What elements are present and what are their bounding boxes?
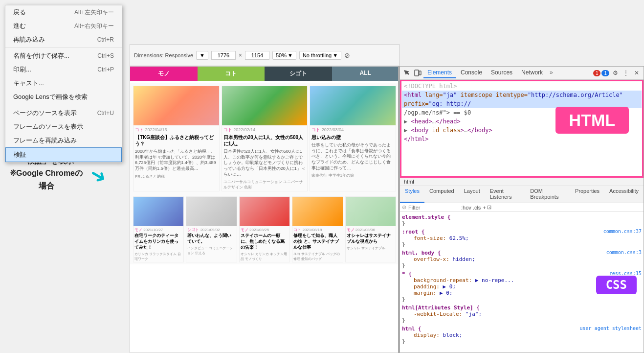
- card-tags: PR ふるさと納税: [133, 173, 219, 180]
- card2-title: オシャレはサステイナブルな視点から: [346, 233, 396, 245]
- menu-label: 名前を付けて保存...: [13, 51, 69, 60]
- tab-sources[interactable]: Sources: [487, 68, 516, 78]
- settings-icon[interactable]: ⚙: [610, 68, 620, 78]
- svg-rect-0: [415, 70, 419, 76]
- styles-tab-properties[interactable]: Properties: [570, 186, 604, 203]
- more-icon[interactable]: ⋮: [621, 68, 631, 78]
- card2-title: 若いわんな、よう聞いていて。: [186, 233, 236, 245]
- card2-title: ステイホームの一顧に、焦しめたくなる蔦の告楽！: [240, 233, 289, 251]
- tab-console[interactable]: Console: [457, 68, 486, 78]
- card-body: 2008年から始まった「ふるさと納税」。利用者は年々増加していて、2020年度は…: [133, 148, 219, 173]
- dimensions-dropdown[interactable]: ▼: [196, 51, 208, 60]
- nav-item-ALL[interactable]: ALL: [332, 67, 400, 81]
- menu-separator: [5, 47, 122, 48]
- html-line-close: </html>: [402, 135, 642, 143]
- filter-input[interactable]: [408, 205, 457, 211]
- menu-item---[interactable]: 戻るAlt+左矢印キー: [5, 5, 122, 19]
- menu-item------------[interactable]: フレームのソースを表示: [5, 120, 122, 134]
- card2-meta: シゴト 2021/09/02: [186, 226, 236, 233]
- annotation-line4: 場合: [39, 182, 54, 190]
- menu-item------[interactable]: 再読み込みCtrl+R: [5, 33, 122, 47]
- html-badge: HTML: [555, 107, 629, 134]
- menu-item-----------[interactable]: ページのソースを表示Ctrl+U: [5, 106, 122, 120]
- menu-shortcut: Alt+右矢印キー: [74, 22, 114, 30]
- width-input[interactable]: [211, 51, 236, 60]
- html-line-html[interactable]: <html lang="ja" itemscope itemtype="http…: [402, 91, 642, 108]
- zoom-value: 50%: [276, 52, 287, 58]
- site-card[interactable]: コト 2022/02/14 日本男性の20人に1人、女性の500人に1人。 日本…: [222, 86, 308, 191]
- dimensions-dropdown-caret: ▼: [200, 52, 205, 58]
- site-card2[interactable]: シゴト 2021/09/02 若いわんな、よう聞いていて。 インタビュー コミュ…: [186, 196, 237, 262]
- card-image: [222, 86, 308, 125]
- inspect-icon[interactable]: [402, 68, 412, 78]
- error-badge: 1: [593, 70, 601, 76]
- card-tags: ユニバーサルコミュニケーション ユニバーサルデザイン 色彩: [222, 178, 308, 191]
- style-rule-html-body: html, body { common.css:3 overflow-x: hi…: [402, 250, 642, 269]
- menu-shortcut: Ctrl+R: [97, 36, 114, 43]
- times-symbol: ×: [239, 52, 242, 59]
- site-card2[interactable]: コト 2021/08/18 修理をして知る、職人の技 と、サステイナブルな仕事 …: [292, 196, 343, 262]
- html-panel-container: <!DOCTYPE html> <html lang="ja" itemscop…: [400, 80, 644, 178]
- menu-shortcut: Ctrl+U: [97, 110, 114, 117]
- tab-elements[interactable]: Elements: [423, 68, 456, 78]
- device-icon[interactable]: [413, 68, 422, 78]
- site-card[interactable]: コト 2022/03/04 思い込みの壁 仕事をしていた私の母がそうであったよう…: [310, 86, 396, 191]
- menu-item---[interactable]: 検証: [5, 147, 122, 162]
- menu-label: フレームを再読み込み: [13, 136, 77, 145]
- menu-item-----------[interactable]: フレームを再読み込み: [5, 134, 122, 147]
- browser-toolbar: Dimensions: Responsive ▼ × 50% ▼ No thro…: [130, 44, 400, 66]
- nav-item-モノ[interactable]: モノ: [130, 67, 198, 81]
- site-card[interactable]: コト 2022/04/13 【TKG座談会】ふるさと納税ってどう？ 2008年か…: [133, 86, 220, 191]
- style-rule-html-ua: html { user agent stylesheet display: bl…: [402, 326, 642, 345]
- pseudo-class-filter[interactable]: :hov .cls: [461, 205, 481, 211]
- add-class-icon[interactable]: +: [483, 205, 486, 211]
- card2-meta: モノ 2021/08/25: [240, 226, 289, 233]
- styles-tab-dom-breakpoints[interactable]: DOM Breakpoints: [525, 186, 570, 203]
- styles-panel: Styles Computed Layout Event Listeners D…: [400, 186, 644, 353]
- card2-tags: インタビュー コミュニケーション 伝える: [186, 245, 236, 256]
- styles-tab-layout[interactable]: Layout: [459, 186, 485, 203]
- styles-tabs: Styles Computed Layout Event Listeners D…: [400, 186, 644, 203]
- context-menu: 戻るAlt+左矢印キー進むAlt+右矢印キー再読み込みCtrl+R名前を付けて保…: [5, 5, 122, 163]
- tab-more[interactable]: »: [548, 68, 555, 78]
- breadcrumb-bar: html: [400, 178, 644, 186]
- network-condition-icon[interactable]: ⊘: [344, 51, 350, 59]
- card-body: 仕事をしていた私の母がそうであったように、これまでは「食事は母親がつくるべき」と…: [310, 141, 396, 172]
- menu-item--------[interactable]: キャスト...: [5, 76, 122, 90]
- card-body: 日本男性の20人に1人、女性の500人に1人、この数字が何を意味するかご存じでし…: [222, 148, 308, 178]
- nav-item-コト[interactable]: コト: [198, 67, 265, 81]
- menu-item-Google-Lens------[interactable]: Google Lensで画像を検索: [5, 90, 122, 104]
- styles-tab-accessibility[interactable]: Accessibility: [604, 186, 644, 203]
- site-card2[interactable]: モノ 2021/08/25 ステイホームの一顧に、焦しめたくなる蔦の告楽！ オシ…: [239, 196, 290, 262]
- menu-item------------[interactable]: 名前を付けて保存...Ctrl+S: [5, 49, 122, 63]
- card-title: 日本男性の20人に1人、女性の500人に1人。: [222, 133, 308, 148]
- card2-image: [186, 197, 236, 226]
- menu-separator: [5, 105, 122, 105]
- zoom-caret: ▼: [288, 52, 293, 58]
- site-card2[interactable]: モノ 2021/08/06 オシャレはサステイナブルな視点から オシャレ サステ…: [345, 196, 396, 262]
- height-input[interactable]: [245, 51, 269, 60]
- toggle-icon[interactable]: ⊡: [487, 204, 491, 211]
- menu-item---[interactable]: 進むAlt+右矢印キー: [5, 19, 122, 33]
- card-tags: 家事代行 中学生1年の娘: [310, 172, 396, 179]
- styles-tab-styles[interactable]: Styles: [400, 186, 424, 203]
- menu-label: フレームのソースを表示: [13, 122, 83, 131]
- styles-tab-computed[interactable]: Computed: [424, 186, 459, 203]
- throttling-dropdown[interactable]: No throttling ▼: [299, 51, 341, 60]
- throttling-value: No throttling: [303, 52, 332, 58]
- tab-network-label: Network: [521, 69, 543, 76]
- site-card2[interactable]: モノ 2021/10/27 在宅ワークのティータイムをカリンカを使ってみた！ カ…: [133, 196, 184, 262]
- nav-item-シゴト[interactable]: シゴト: [265, 67, 332, 81]
- menu-label: 検証: [14, 150, 26, 159]
- svg-rect-1: [419, 71, 421, 75]
- zoom-dropdown[interactable]: 50% ▼: [272, 51, 296, 60]
- menu-item------[interactable]: 印刷...Ctrl+P: [5, 63, 122, 76]
- card2-tags: オシャレ カリンカ キッチン用品 モノづくり: [240, 251, 289, 262]
- css-badge: CSS: [596, 276, 637, 294]
- devtools-toolbar: Elements Console Sources Network » 1 1 ⚙…: [400, 67, 644, 80]
- close-icon[interactable]: ✕: [632, 68, 642, 78]
- styles-content: element.style { } :root { common.css:37 …: [400, 212, 644, 353]
- tab-network[interactable]: Network: [517, 68, 547, 78]
- styles-tab-event-listeners[interactable]: Event Listeners: [485, 186, 526, 203]
- tab-elements-label: Elements: [427, 69, 452, 76]
